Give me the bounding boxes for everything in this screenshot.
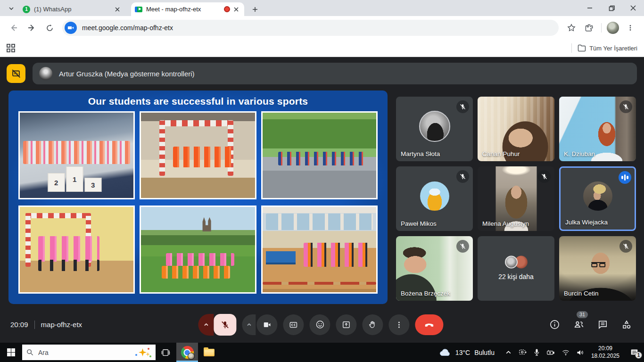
power-status-icon[interactable] (546, 349, 555, 356)
participant-tile-julka-wiejacka[interactable]: Julka Wiejacka (559, 166, 636, 231)
meet-footer: 20:09 map-ofhz-etx (0, 306, 644, 343)
mic-mute-button[interactable] (214, 314, 236, 336)
volume-icon[interactable] (576, 349, 585, 356)
windows-taskbar: 13°C Bulutlu 20:09 18.02.2025 1 (0, 343, 644, 362)
participant-tile-bozena-brzeczek[interactable]: Bożena Brzęczek (396, 236, 473, 301)
info-icon (549, 319, 560, 330)
tab-whatsapp[interactable]: 1 (1) WhatsApp (19, 2, 125, 16)
weather-temp: 13°C (455, 349, 470, 356)
participant-tile-martyna-slota[interactable]: Martyna Słota (396, 97, 473, 161)
participant-name: Paweł Mikos (401, 220, 437, 227)
raise-hand-button[interactable] (362, 314, 383, 335)
presenter-name: Artur Gruszka (Medya gösterme kontroller… (59, 70, 195, 78)
presenter-banner: Artur Gruszka (Medya gösterme kontroller… (7, 63, 637, 84)
tab-close-icon[interactable] (232, 5, 240, 14)
participant-tile-k-dziuban[interactable]: K. Dziuban (559, 97, 636, 161)
smiley-icon (315, 320, 325, 329)
new-tab-button[interactable] (249, 3, 261, 16)
participant-tile-burcin-cetin[interactable]: Burcin Cetin (559, 236, 636, 301)
taskbar-clock[interactable]: 20:09 18.02.2025 (591, 345, 619, 360)
chat-panel-button[interactable] (596, 319, 609, 331)
camera-control-group (242, 314, 277, 335)
taskbar-weather[interactable]: 13°C Bulutlu (439, 348, 495, 357)
taskbar-chrome-button[interactable] (176, 343, 198, 362)
participant-overflow-tile[interactable]: 22 kişi daha (478, 236, 554, 301)
meet-favicon-icon (135, 7, 142, 12)
camera-options-chevron[interactable] (242, 314, 256, 335)
window-minimize-button[interactable] (579, 0, 601, 16)
bookmarks-bar: Tüm Yer İşaretleri (0, 40, 644, 57)
mic-options-chevron[interactable] (198, 314, 214, 336)
slide-photo-grid: 2 1 3 (18, 111, 378, 294)
participant-avatar (419, 111, 450, 142)
reactions-button[interactable] (309, 314, 330, 335)
meeting-code: map-ofhz-etx (41, 321, 83, 329)
search-icon (26, 349, 33, 356)
camera-button[interactable] (256, 314, 277, 335)
call-controls (198, 314, 443, 336)
participant-name: K. Dziuban (564, 150, 595, 157)
captions-button[interactable] (283, 314, 304, 335)
folder-icon (578, 44, 586, 52)
clock-time: 20:09 (591, 345, 619, 353)
participant-name: Burcin Cetin (564, 290, 599, 297)
file-explorer-icon (204, 349, 215, 356)
present-icon (341, 320, 351, 329)
present-screen-button[interactable] (336, 314, 356, 335)
taskbar-search-box[interactable] (22, 345, 156, 360)
profile-avatar[interactable] (607, 22, 619, 34)
bookmark-star-icon[interactable] (564, 20, 579, 35)
forward-button[interactable] (24, 20, 40, 36)
tray-chevron-up-icon[interactable] (505, 349, 512, 356)
taskbar-explorer-button[interactable] (198, 343, 220, 362)
participant-tile-milena-augustyn[interactable]: Milena Augustyn (478, 166, 554, 231)
meet-app: Artur Gruszka (Medya gösterme kontroller… (0, 58, 644, 343)
start-button[interactable] (0, 343, 22, 362)
participant-tile-pawel-mikos[interactable]: Paweł Mikos (396, 166, 473, 231)
activities-panel-button[interactable] (620, 319, 633, 331)
window-close-button[interactable] (622, 0, 644, 16)
presenter-pill[interactable]: Artur Gruszka (Medya gösterme kontroller… (33, 63, 637, 84)
reload-button[interactable] (41, 20, 58, 36)
window-controls (579, 0, 644, 16)
action-center-button[interactable]: 1 (624, 343, 644, 362)
address-bar[interactable]: meet.google.com/map-ofhz-etx (62, 20, 559, 36)
all-bookmarks-item[interactable]: Tüm Yer İşaretleri (578, 44, 637, 52)
media-blocked-icon[interactable] (7, 64, 25, 83)
mic-off-icon (220, 320, 230, 329)
browser-toolbar: meet.google.com/map-ofhz-etx (0, 16, 644, 40)
end-call-button[interactable] (415, 314, 443, 335)
tab-close-icon[interactable] (113, 5, 122, 14)
system-tray (505, 348, 585, 356)
presentation-tile[interactable]: Our students are successful in various s… (8, 90, 388, 304)
meeting-details-button[interactable] (548, 319, 561, 331)
window-restore-button[interactable] (601, 0, 622, 16)
mic-off-icon (619, 240, 632, 253)
tab-label: Meet - map-ofhz-etx (146, 6, 222, 13)
wifi-icon[interactable] (561, 349, 570, 356)
search-highlights-icon (135, 347, 151, 358)
people-panel-button[interactable]: 31 (572, 319, 585, 331)
apps-grid-icon[interactable] (7, 44, 15, 52)
call-end-icon (423, 319, 435, 330)
tab-meet[interactable]: Meet - map-ofhz-etx (131, 2, 244, 16)
browser-menu-icon[interactable] (623, 20, 638, 35)
podium-place-1: 1 (66, 166, 83, 192)
whatsapp-favicon-icon: 1 (23, 6, 30, 13)
chrome-profile-badge (188, 353, 195, 360)
taskbar-search-input[interactable] (37, 348, 115, 357)
microphone-icon[interactable] (533, 348, 540, 356)
back-button[interactable] (6, 20, 22, 36)
screen-capture-icon[interactable] (518, 348, 527, 356)
task-view-icon (161, 348, 171, 357)
mic-control-group (198, 314, 236, 336)
task-view-button[interactable] (156, 343, 176, 362)
tab-search-button[interactable] (5, 3, 18, 14)
photo-field-teams (140, 206, 256, 294)
participant-name: Julka Wiejacka (565, 219, 608, 226)
camera-permission-icon[interactable] (65, 22, 77, 34)
extensions-icon[interactable] (582, 20, 597, 35)
more-options-button[interactable] (388, 314, 409, 335)
chevron-down-icon (8, 6, 14, 11)
participant-tile-canan-puhur[interactable]: Canan Puhur (478, 97, 554, 161)
